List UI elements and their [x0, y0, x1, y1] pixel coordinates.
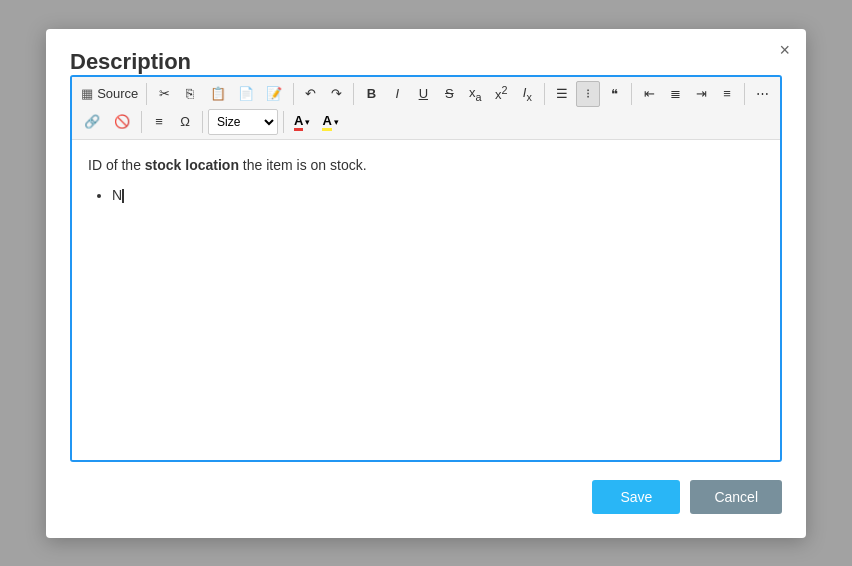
- font-color-dropdown-icon: ▾: [305, 117, 310, 127]
- paste-word-icon: 📝: [266, 86, 282, 101]
- more-icon: ⋯: [756, 86, 769, 101]
- font-color-button[interactable]: A ▾: [289, 109, 315, 135]
- special-char-icon: Ω: [180, 114, 190, 129]
- paste-text-icon: 📄: [238, 86, 254, 101]
- size-select[interactable]: Size: [208, 109, 278, 135]
- divider-9: [283, 111, 284, 133]
- cancel-button[interactable]: Cancel: [690, 480, 782, 514]
- cut-button[interactable]: ✂: [152, 81, 176, 107]
- superscript-icon: x2: [495, 84, 508, 102]
- editor-list: N: [112, 184, 764, 206]
- modal-overlay: Description × ▦ Source ✂ ⎘: [0, 0, 852, 566]
- content-bold: stock location: [145, 157, 239, 173]
- divider-5: [631, 83, 632, 105]
- clear-format-icon: Ix: [523, 85, 532, 103]
- divider-2: [293, 83, 294, 105]
- align-left-icon: ⇤: [644, 86, 655, 101]
- indent-button[interactable]: ≡: [147, 109, 171, 135]
- redo-icon: ↷: [331, 86, 342, 101]
- divider-6: [744, 83, 745, 105]
- unordered-list-button[interactable]: ⁝: [576, 81, 600, 107]
- modal-footer: Save Cancel: [70, 480, 782, 514]
- paste-icon: 📋: [210, 86, 226, 101]
- italic-button[interactable]: I: [385, 81, 409, 107]
- cut-icon: ✂: [159, 86, 170, 101]
- list-item-text: N: [112, 187, 122, 203]
- content-prefix: ID of the: [88, 157, 145, 173]
- source-button[interactable]: ▦ Source: [78, 81, 141, 107]
- link-icon: 🔗: [84, 114, 100, 129]
- toolbar: ▦ Source ✂ ⎘ 📋 📄: [72, 77, 780, 140]
- modal: Description × ▦ Source ✂ ⎘: [46, 29, 806, 538]
- bold-button[interactable]: B: [359, 81, 383, 107]
- save-button[interactable]: Save: [592, 480, 680, 514]
- text-cursor: [122, 189, 124, 203]
- bg-color-icon: A: [322, 113, 331, 131]
- undo-icon: ↶: [305, 86, 316, 101]
- special-char-button[interactable]: Ω: [173, 109, 197, 135]
- align-center-button[interactable]: ≣: [663, 81, 687, 107]
- align-right-button[interactable]: ⇥: [689, 81, 713, 107]
- content-suffix: the item is on stock.: [239, 157, 367, 173]
- divider-4: [544, 83, 545, 105]
- undo-button[interactable]: ↶: [298, 81, 322, 107]
- subscript-icon: xa: [469, 85, 482, 103]
- align-center-icon: ≣: [670, 86, 681, 101]
- divider-7: [141, 111, 142, 133]
- unlink-icon: 🚫: [114, 114, 130, 129]
- paste-button[interactable]: 📋: [204, 81, 230, 107]
- paste-text-button[interactable]: 📄: [233, 81, 259, 107]
- copy-icon: ⎘: [186, 86, 194, 101]
- bg-color-dropdown-icon: ▾: [334, 117, 339, 127]
- unordered-list-icon: ⁝: [586, 86, 590, 101]
- redo-button[interactable]: ↷: [324, 81, 348, 107]
- superscript-button[interactable]: x2: [489, 81, 513, 107]
- content-paragraph: ID of the stock location the item is on …: [88, 154, 764, 176]
- divider-3: [353, 83, 354, 105]
- copy-button[interactable]: ⎘: [178, 81, 202, 107]
- toolbar-row-1: ▦ Source ✂ ⎘ 📋 📄: [78, 81, 774, 107]
- source-icon: ▦: [81, 86, 93, 101]
- divider-1: [146, 83, 147, 105]
- source-label: Source: [97, 86, 138, 101]
- align-right-icon: ⇥: [696, 86, 707, 101]
- toolbar-row-2: 🔗 🚫 ≡ Ω Size: [78, 109, 774, 135]
- subscript-button[interactable]: xa: [463, 81, 487, 107]
- blockquote-button[interactable]: ❝: [602, 81, 626, 107]
- more-button[interactable]: ⋯: [750, 81, 774, 107]
- modal-title: Description: [70, 49, 191, 74]
- editor-content[interactable]: ID of the stock location the item is on …: [72, 140, 780, 460]
- editor-container: ▦ Source ✂ ⎘ 📋 📄: [70, 75, 782, 462]
- unlink-button[interactable]: 🚫: [108, 109, 136, 135]
- ordered-list-button[interactable]: ☰: [550, 81, 574, 107]
- align-left-button[interactable]: ⇤: [637, 81, 661, 107]
- ordered-list-icon: ☰: [556, 86, 568, 101]
- bg-color-button[interactable]: A ▾: [317, 109, 343, 135]
- clear-format-button[interactable]: Ix: [515, 81, 539, 107]
- strikethrough-button[interactable]: S: [437, 81, 461, 107]
- paste-word-button[interactable]: 📝: [261, 81, 287, 107]
- indent-icon: ≡: [155, 114, 163, 129]
- font-color-icon: A: [294, 113, 303, 131]
- close-button[interactable]: ×: [779, 41, 790, 59]
- underline-button[interactable]: U: [411, 81, 435, 107]
- divider-8: [202, 111, 203, 133]
- list-item-1: N: [112, 184, 764, 206]
- blockquote-icon: ❝: [611, 86, 618, 101]
- align-justify-button[interactable]: ≡: [715, 81, 739, 107]
- link-button[interactable]: 🔗: [78, 109, 106, 135]
- align-justify-icon: ≡: [723, 86, 731, 101]
